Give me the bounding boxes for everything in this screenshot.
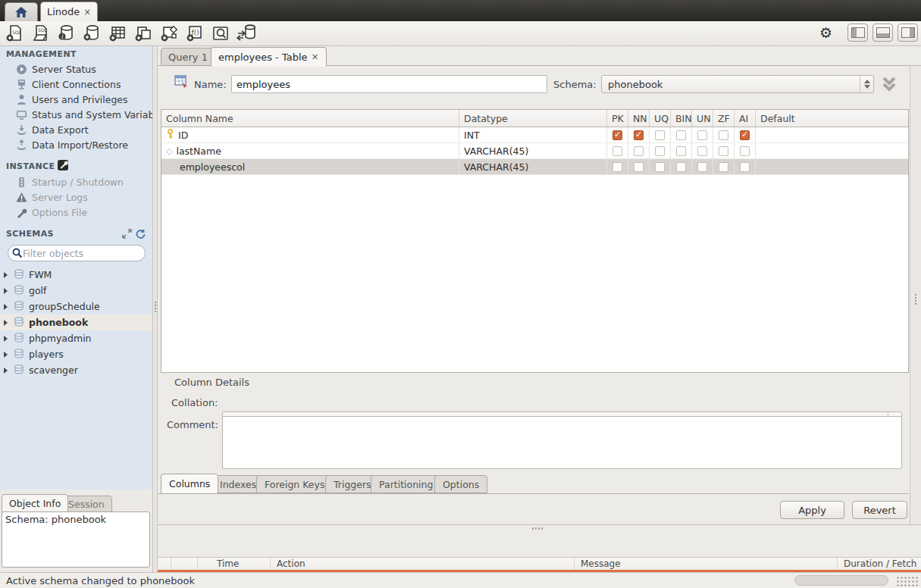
schema-item-phpmyadmin[interactable]: phpmyadmin: [0, 330, 152, 346]
header-un[interactable]: UN: [692, 110, 713, 127]
toggle-bottom-panel-button[interactable]: [872, 23, 893, 42]
pk-checkbox[interactable]: [612, 146, 622, 156]
header-message[interactable]: Message: [575, 558, 838, 570]
revert-button[interactable]: Revert: [852, 501, 907, 519]
editor-output-splitter[interactable]: [158, 524, 921, 525]
expand-schemas-icon[interactable]: [122, 229, 132, 241]
column-row-lastname[interactable]: ◇ lastName VARCHAR(45): [161, 143, 908, 159]
tab-options[interactable]: Options: [434, 475, 487, 493]
expander-icon[interactable]: [4, 288, 8, 294]
reconnect-db-icon[interactable]: [236, 23, 256, 44]
expand-header-chevrons-icon[interactable]: [879, 75, 899, 95]
zf-checkbox[interactable]: [719, 130, 728, 140]
search-data-icon[interactable]: [210, 23, 230, 44]
create-table-icon[interactable]: [107, 23, 127, 44]
ai-checkbox[interactable]: [740, 146, 750, 156]
nn-checkbox[interactable]: [634, 162, 644, 172]
zf-checkbox[interactable]: [719, 162, 728, 172]
pk-checkbox[interactable]: [612, 162, 622, 172]
tab-session[interactable]: Session: [61, 496, 112, 512]
ai-checkbox[interactable]: [740, 130, 750, 140]
schema-item-players[interactable]: players: [0, 346, 152, 362]
sidebar-item-data-import[interactable]: Data Import/Restore: [0, 137, 152, 152]
bin-checkbox[interactable]: [676, 162, 686, 172]
ai-checkbox[interactable]: [740, 162, 750, 172]
tab-columns[interactable]: Columns: [161, 474, 218, 494]
column-default[interactable]: [756, 143, 904, 158]
tab-foreign-keys[interactable]: Foreign Keys: [256, 475, 333, 493]
header-pk[interactable]: PK: [607, 110, 628, 127]
header-action[interactable]: Action: [271, 558, 575, 570]
bin-checkbox[interactable]: [676, 146, 686, 156]
schema-item-phonebook[interactable]: phonebook: [0, 314, 152, 330]
schema-select[interactable]: phonebook: [601, 75, 874, 93]
create-procedure-icon[interactable]: [158, 23, 179, 44]
schema-item-fwm[interactable]: FWM: [0, 267, 152, 283]
zf-checkbox[interactable]: [719, 146, 728, 156]
schema-item-scavenger[interactable]: scavenger: [0, 362, 152, 378]
toggle-right-sidebar-button[interactable]: [898, 23, 918, 42]
open-sql-file-icon[interactable]: SQL: [30, 23, 50, 44]
create-view-icon[interactable]: [133, 23, 153, 44]
sidebar-item-startup-shutdown[interactable]: Startup / Shutdown: [0, 174, 152, 189]
sidebar-splitter[interactable]: [152, 46, 158, 572]
un-checkbox[interactable]: [697, 130, 707, 140]
sidebar-item-server-logs[interactable]: Server Logs: [0, 189, 152, 205]
expander-icon[interactable]: [4, 336, 8, 342]
schema-filter-input[interactable]: [23, 248, 133, 259]
nn-checkbox[interactable]: [634, 146, 644, 156]
expander-icon[interactable]: [4, 352, 8, 358]
pk-checkbox[interactable]: [612, 130, 622, 140]
nn-checkbox[interactable]: [634, 130, 644, 140]
header-bin[interactable]: BIN: [671, 110, 692, 127]
header-column-name[interactable]: Column Name: [161, 110, 459, 127]
sidebar-item-data-export[interactable]: Data Export: [0, 122, 152, 137]
header-datatype[interactable]: Datatype: [459, 110, 607, 127]
sidebar-item-system-variables[interactable]: Status and System Variables: [0, 107, 152, 122]
schema-item-golf[interactable]: golf: [0, 283, 152, 299]
header-nn[interactable]: NN: [628, 110, 650, 127]
sidebar-item-server-status[interactable]: Server Status: [0, 61, 152, 77]
uq-checkbox[interactable]: [655, 146, 665, 156]
sidebar-item-options-file[interactable]: Options File: [0, 205, 152, 220]
tab-object-info[interactable]: Object Info: [2, 494, 68, 512]
refresh-schemas-icon[interactable]: [135, 229, 146, 241]
header-duration-fetch[interactable]: Duration / Fetch: [838, 558, 921, 570]
connection-tab-close-icon[interactable]: ×: [83, 7, 91, 17]
tab-employees-table[interactable]: employees - Table ×: [211, 47, 327, 67]
expander-icon[interactable]: [4, 272, 8, 278]
apply-button[interactable]: Apply: [780, 501, 844, 519]
header-default[interactable]: Default: [756, 110, 904, 127]
sidebar-item-users-privileges[interactable]: Users and Privileges: [0, 92, 152, 107]
column-row-employeescol[interactable]: employeescol VARCHAR(45): [161, 159, 908, 175]
column-row-id[interactable]: ID INT: [161, 127, 908, 143]
expander-icon[interactable]: [4, 304, 8, 310]
header-uq[interactable]: UQ: [650, 110, 671, 127]
window-resize-grip[interactable]: [896, 576, 919, 586]
schema-inspector-icon[interactable]: i: [55, 23, 76, 44]
home-tab[interactable]: [5, 2, 38, 21]
un-checkbox[interactable]: [697, 146, 707, 156]
un-checkbox[interactable]: [697, 162, 707, 172]
expander-icon[interactable]: [4, 320, 8, 326]
header-zf[interactable]: ZF: [713, 110, 735, 127]
preferences-gear-icon[interactable]: ⚙: [819, 26, 832, 40]
create-schema-icon[interactable]: [81, 23, 102, 44]
horizontal-scrollbar-thumb[interactable]: [794, 575, 888, 586]
sidebar-item-client-connections[interactable]: Client Connections: [0, 77, 152, 92]
uq-checkbox[interactable]: [655, 162, 665, 172]
table-name-input[interactable]: [231, 75, 547, 93]
bin-checkbox[interactable]: [676, 130, 686, 140]
comment-textarea[interactable]: [222, 416, 902, 469]
close-tab-icon[interactable]: ×: [312, 52, 319, 62]
create-function-icon[interactable]: ƒ(): [184, 23, 205, 44]
column-default[interactable]: [756, 159, 904, 174]
new-query-tab-icon[interactable]: SQL: [4, 23, 24, 44]
connection-tab[interactable]: Linode ×: [40, 2, 98, 21]
right-edge-strip[interactable]: [910, 67, 921, 524]
header-ai[interactable]: AI: [735, 110, 756, 127]
schema-item-groupschedule[interactable]: groupSchedule: [0, 299, 152, 314]
expander-icon[interactable]: [4, 368, 8, 374]
column-default[interactable]: [756, 127, 904, 142]
tab-partitioning[interactable]: Partitioning: [371, 475, 441, 493]
